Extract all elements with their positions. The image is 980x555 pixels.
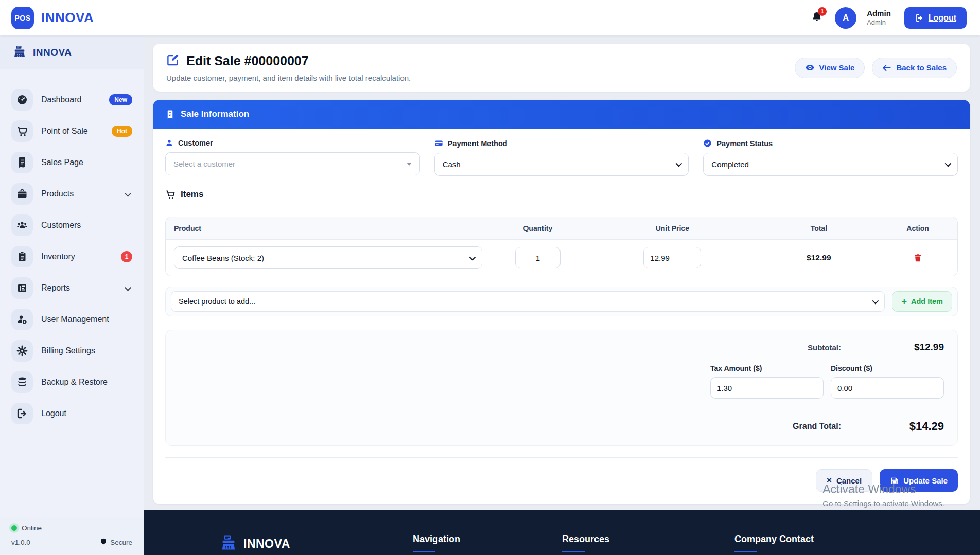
user-gear-icon xyxy=(11,309,33,330)
brand-name: INNOVA xyxy=(41,10,94,26)
sale-information-card: Sale Information Customer xyxy=(153,100,970,504)
items-table: Product Quantity Unit Price Total Action… xyxy=(165,217,958,276)
secure-label: Secure xyxy=(110,539,132,546)
tax-label: Tax Amount ($) xyxy=(710,364,824,372)
site-footer: INNOVA Clean and reliable point-of-sale … xyxy=(144,510,980,555)
update-sale-button[interactable]: Update Sale xyxy=(880,469,958,492)
chevron-down-icon xyxy=(125,284,131,291)
pos-logo: POS xyxy=(11,7,34,29)
payment-method-value: Cash xyxy=(443,160,461,169)
cart-icon xyxy=(165,189,176,200)
sidebar-item-dashboard[interactable]: Dashboard New xyxy=(0,84,144,115)
cancel-label: Cancel xyxy=(836,476,862,485)
sidebar-item-label: Sales Page xyxy=(41,158,132,167)
items-title: Items xyxy=(181,189,203,200)
document-icon xyxy=(165,110,175,119)
sidebar-item-user-management[interactable]: User Management xyxy=(0,303,144,335)
cancel-button[interactable]: × Cancel xyxy=(816,469,872,492)
badge-inventory-count: 1 xyxy=(121,251,132,262)
save-icon xyxy=(890,476,899,485)
sidebar-item-inventory[interactable]: Inventory 1 xyxy=(0,241,144,272)
check-circle-icon xyxy=(703,139,712,148)
delete-item-button[interactable] xyxy=(913,253,922,262)
shield-icon xyxy=(100,538,107,547)
view-sale-label: View Sale xyxy=(819,63,855,72)
add-item-row: Select product to add... + Add Item xyxy=(165,287,958,316)
page-title: Edit Sale #00000007 xyxy=(186,53,309,68)
sidebar-nav: Dashboard New Point of Sale Hot Sales Pa… xyxy=(0,69,144,517)
plus-icon: + xyxy=(901,296,907,307)
page-subtitle: Update customer, payment, and item detai… xyxy=(166,74,411,82)
grand-total-label: Grand Total: xyxy=(793,422,841,431)
gear-icon xyxy=(11,340,33,362)
sidebar-item-point-of-sale[interactable]: Point of Sale Hot xyxy=(0,115,144,147)
footer-resources-title: Resources xyxy=(562,534,706,545)
top-bar: POS INNOVA 1 A Admin Admin Logout xyxy=(0,0,980,35)
sale-information-header: Sale Information xyxy=(153,100,970,129)
discount-input[interactable] xyxy=(831,377,944,399)
payment-method-select[interactable]: Cash xyxy=(434,153,689,176)
customer-select[interactable]: Select a customer xyxy=(165,152,420,175)
add-item-button[interactable]: + Add Item xyxy=(892,291,952,312)
add-product-select-value: Select product to add... xyxy=(179,297,255,306)
edit-pencil-icon xyxy=(166,53,180,69)
payment-status-label: Payment Status xyxy=(716,139,773,148)
user-icon xyxy=(165,139,173,147)
payment-status-select[interactable]: Completed xyxy=(703,153,958,176)
row-total: $12.99 xyxy=(807,253,831,262)
chevron-down-icon xyxy=(125,190,131,197)
payment-method-label: Payment Method xyxy=(448,139,507,148)
heading-underline xyxy=(734,551,757,552)
badge-new: New xyxy=(109,94,132,105)
back-to-sales-label: Back to Sales xyxy=(896,63,947,72)
receipt-icon xyxy=(11,152,33,173)
customer-select-value: Select a customer xyxy=(173,159,235,168)
database-icon xyxy=(11,371,33,393)
clipboard-icon xyxy=(11,246,33,267)
col-quantity: Quantity xyxy=(491,224,586,232)
page-header: Edit Sale #00000007 Update customer, pay… xyxy=(153,44,970,92)
sidebar-item-backup-restore[interactable]: Backup & Restore xyxy=(0,366,144,398)
sidebar-item-logout[interactable]: Logout xyxy=(0,398,144,429)
users-icon xyxy=(11,214,33,236)
sidebar-item-customers[interactable]: Customers xyxy=(0,209,144,241)
sidebar-item-reports[interactable]: Reports xyxy=(0,272,144,303)
view-sale-button[interactable]: View Sale xyxy=(795,58,865,78)
footer-contact-title: Company Contact xyxy=(734,534,904,545)
table-row: Coffee Beans (Stock: 2) $12.99 xyxy=(166,240,957,276)
logout-icon xyxy=(11,403,33,424)
totals-divider xyxy=(179,410,944,410)
quantity-input[interactable] xyxy=(515,247,561,268)
sidebar-item-label: Reports xyxy=(41,283,117,293)
update-sale-label: Update Sale xyxy=(903,476,948,485)
sidebar-item-label: Billing Settings xyxy=(41,346,132,355)
eye-icon xyxy=(805,63,815,73)
sidebar-item-sales-page[interactable]: Sales Page xyxy=(0,147,144,178)
sidebar-item-label: Products xyxy=(41,189,117,199)
notifications-button[interactable]: 1 xyxy=(809,10,825,26)
avatar-letter: A xyxy=(843,13,849,23)
version-label: v1.0.0 xyxy=(11,539,30,546)
user-name: Admin xyxy=(867,9,891,19)
badge-hot: Hot xyxy=(112,126,132,137)
sidebar: INNOVA Dashboard New Point of Sale Hot xyxy=(0,35,144,555)
sidebar-item-label: Backup & Restore xyxy=(41,378,132,387)
chart-icon xyxy=(11,277,33,299)
product-select[interactable]: Coffee Beans (Stock: 2) xyxy=(174,246,482,269)
back-to-sales-button[interactable]: Back to Sales xyxy=(872,58,957,78)
col-unit-price: Unit Price xyxy=(585,224,759,232)
logout-icon xyxy=(915,13,924,23)
discount-label: Discount ($) xyxy=(831,364,944,372)
unit-price-input[interactable] xyxy=(643,247,701,268)
sidebar-item-label: Inventory xyxy=(41,252,113,261)
logout-button[interactable]: Logout xyxy=(904,7,967,29)
gauge-icon xyxy=(11,89,33,111)
sidebar-item-products[interactable]: Products xyxy=(0,178,144,209)
pos-logo-text: POS xyxy=(14,14,30,22)
credit-card-icon xyxy=(434,139,443,148)
avatar[interactable]: A xyxy=(835,7,856,29)
sidebar-item-billing-settings[interactable]: Billing Settings xyxy=(0,335,144,366)
chevron-down-icon xyxy=(469,254,476,260)
tax-input[interactable] xyxy=(710,377,824,399)
add-product-select[interactable]: Select product to add... xyxy=(171,291,885,312)
